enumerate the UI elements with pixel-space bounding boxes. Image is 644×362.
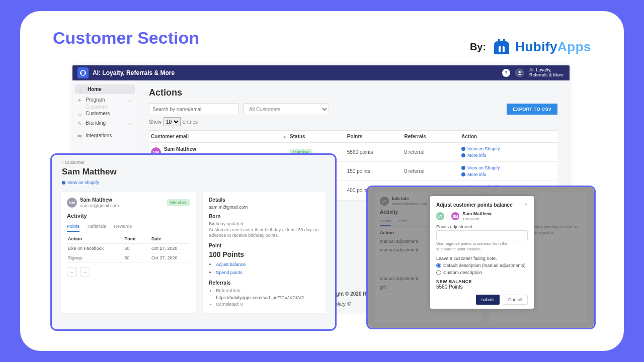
sidebar-label: Home bbox=[88, 86, 102, 92]
customer-name: Sam Matthew bbox=[62, 167, 325, 177]
eye-icon bbox=[461, 166, 465, 170]
users-icon: ☺ bbox=[77, 111, 83, 116]
app-right-label: AI: Loyalty, Referrals & More bbox=[529, 68, 565, 78]
sidebar-item-customer-ghost: Customer bbox=[72, 105, 137, 109]
referral-link[interactable]: https://hubifyapps.com/sort_url/?C=JKCbV… bbox=[216, 295, 304, 300]
avatar: LT bbox=[436, 212, 444, 220]
row-referrals: 0 referral bbox=[402, 143, 459, 162]
page-size-select[interactable]: 10 bbox=[164, 117, 181, 126]
radio-default-description[interactable]: Default description (manual adjustments) bbox=[436, 263, 528, 268]
content-title: Actions bbox=[149, 87, 557, 98]
act-col-date: Date bbox=[150, 234, 190, 244]
sidebar-label: Program bbox=[86, 97, 105, 103]
note-label: Leave a customer facing note. bbox=[436, 256, 528, 261]
born-text: Customers must enter their birthday at l… bbox=[209, 227, 320, 239]
back-link[interactable]: ‹ Customer bbox=[62, 160, 325, 165]
tab-rewards[interactable]: Rewards bbox=[114, 222, 132, 232]
adjust-balance-panel: LT lalu talelalutale@bitcot.com Member A… bbox=[366, 186, 596, 329]
points-adjustment-label: Points adjustment bbox=[436, 224, 528, 229]
customer-detail-panel: ‹ Customer Sam Matthew View on shopify S… bbox=[50, 153, 337, 331]
col-status[interactable]: Status bbox=[288, 131, 345, 143]
sidebar-item-home[interactable]: ⌂ Home bbox=[74, 84, 135, 94]
brand-word: Hubify bbox=[515, 39, 557, 54]
col-action[interactable]: Action bbox=[459, 131, 557, 143]
new-balance-label: NEW BALANCE bbox=[436, 279, 528, 284]
activity-card: SM Sam Matthewsam.m@gmail.com Member Act… bbox=[61, 192, 196, 313]
tab-referrals[interactable]: Referrals bbox=[88, 222, 106, 232]
info-icon bbox=[461, 153, 465, 157]
show-label: Show bbox=[149, 119, 162, 125]
point-title: Point bbox=[209, 243, 320, 248]
status-badge: Member bbox=[167, 199, 190, 206]
new-balance-value: 5560 Points bbox=[436, 284, 528, 290]
brand-wrap: By: HubifyApps bbox=[470, 36, 591, 57]
spend-points-link[interactable]: Spend points bbox=[216, 269, 320, 277]
app-title: AI: Loyalty, Referrals & More bbox=[93, 69, 175, 76]
ref-link-row: Referral link :https://hubifyapps.com/so… bbox=[216, 288, 320, 301]
integrations-icon: ⇆ bbox=[77, 133, 83, 138]
canvas: Customer Section By: HubifyApps AI: bbox=[20, 11, 624, 351]
page-prev-button[interactable]: ← bbox=[67, 267, 77, 277]
tab-points[interactable]: Points bbox=[67, 222, 79, 232]
home-icon: ⌂ bbox=[79, 87, 85, 92]
sidebar-item-branding[interactable]: ✎ Branding ⌄ bbox=[72, 118, 137, 128]
svg-point-2 bbox=[519, 71, 521, 73]
user-name: Sam Matthew bbox=[462, 211, 492, 217]
gear-icon: ✦ bbox=[77, 98, 83, 103]
details-email: sam.m@gmail.com bbox=[209, 205, 320, 210]
adjust-balance-link[interactable]: Adjust balance bbox=[216, 261, 320, 268]
row-points: 150 points bbox=[345, 162, 403, 181]
row-referrals: 0 referral bbox=[402, 162, 459, 181]
avatar: SM bbox=[67, 198, 77, 208]
activity-title: Activity bbox=[67, 213, 190, 219]
points-adjustment-input[interactable] bbox=[436, 230, 528, 240]
submit-button[interactable]: submit bbox=[476, 295, 500, 305]
avatar: SM bbox=[451, 212, 459, 220]
search-input[interactable] bbox=[149, 103, 238, 115]
radio-custom-description[interactable]: Custom description bbox=[436, 270, 528, 275]
by-label: By: bbox=[470, 41, 486, 53]
more-info-link[interactable]: More info bbox=[461, 171, 555, 178]
chevron-down-icon: ⌄ bbox=[128, 121, 132, 126]
view-on-shopify-link[interactable]: View on shopify bbox=[62, 180, 325, 185]
page-heading: Customer Section bbox=[53, 28, 199, 48]
customer-filter-select[interactable]: All Customers bbox=[244, 103, 329, 115]
view-on-shopify-link[interactable]: View on Shopify bbox=[461, 165, 555, 171]
activity-row: Like on Facebook50Oct 27, 2020 bbox=[67, 243, 190, 253]
hubify-logo: HubifyApps bbox=[491, 36, 591, 57]
dialog-title: Adjust customer points balance bbox=[436, 202, 513, 208]
svg-rect-1 bbox=[501, 46, 503, 52]
entries-label: entries bbox=[183, 119, 198, 125]
export-csv-button[interactable]: EXPORT TO CSV bbox=[507, 104, 557, 115]
sidebar-label: Customers bbox=[86, 111, 110, 116]
close-icon[interactable]: × bbox=[524, 201, 528, 208]
page-next-button[interactable]: → bbox=[80, 267, 90, 277]
eye-icon bbox=[62, 181, 65, 185]
user-avatar-icon[interactable] bbox=[515, 68, 524, 77]
policy-peek: olicy © bbox=[335, 301, 351, 307]
help-icon[interactable]: ? bbox=[502, 69, 510, 77]
adjust-balance-dialog: Adjust customer points balance × LT ¦ SM… bbox=[430, 196, 534, 309]
col-referrals[interactable]: Referrals bbox=[402, 131, 459, 143]
cancel-button[interactable]: Cancel bbox=[503, 295, 528, 305]
sidebar-item-customers[interactable]: ☺ Customers bbox=[72, 109, 137, 118]
sidebar-item-integrations[interactable]: ⇆ Integrations bbox=[72, 131, 137, 140]
view-on-shopify-link[interactable]: View on Shopify bbox=[461, 146, 555, 152]
hubify-icon bbox=[491, 36, 512, 57]
born-sub: Birthday updated bbox=[209, 221, 320, 227]
sidebar-label: Branding bbox=[86, 120, 106, 126]
info-icon bbox=[461, 172, 465, 176]
eye-icon bbox=[461, 147, 465, 151]
more-info-link[interactable]: More info bbox=[461, 152, 555, 159]
app-bar: AI: Loyalty, Referrals & More ? AI: Loya… bbox=[72, 65, 570, 80]
act-col-action: Action bbox=[67, 234, 123, 244]
user-points: 100 point bbox=[462, 217, 492, 222]
user-name: Sam Matthew bbox=[80, 197, 119, 203]
details-card: Details sam.m@gmail.com Born Birthday up… bbox=[203, 192, 326, 313]
sidebar-item-program[interactable]: ✦ Program ⌄ bbox=[72, 95, 137, 105]
col-email[interactable]: Customer email ▴ bbox=[149, 131, 288, 143]
col-points[interactable]: Points bbox=[345, 131, 403, 143]
branding-icon: ✎ bbox=[77, 121, 83, 126]
brand-apps: Apps bbox=[557, 39, 591, 54]
user-email: sam.m@gmail.com bbox=[80, 203, 119, 209]
